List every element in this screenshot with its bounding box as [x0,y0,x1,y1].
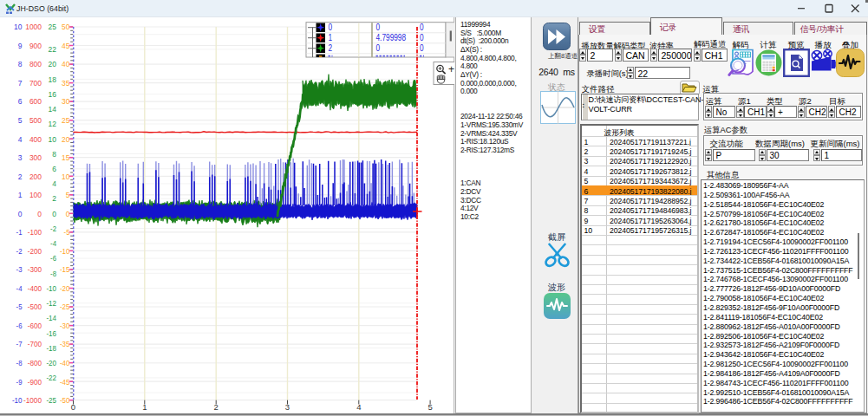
svg-text:40: 40 [62,59,69,68]
svg-text:0: 0 [420,43,424,53]
svg-text:-6: -6 [50,253,56,263]
svg-text:4: 4 [18,134,23,144]
svg-text:+: + [448,63,454,75]
svg-text:7: 7 [18,78,23,88]
svg-text:-14: -14 [46,313,56,322]
svg-text:22: 22 [49,44,56,54]
svg-text:45: 45 [62,41,69,50]
svg-text:2: 2 [52,193,56,203]
svg-text:5: 5 [66,190,70,199]
svg-text:-600: -600 [28,321,42,330]
svg-text:4: 4 [356,402,361,412]
svg-text:5: 5 [427,402,432,412]
svg-text:6: 6 [18,96,23,106]
svg-text:9: 9 [18,41,23,50]
svg-text:-18: -18 [46,343,56,353]
svg-text:-4: -4 [16,283,23,293]
svg-text:0: 0 [52,209,56,218]
svg-text:500: 500 [29,115,42,125]
svg-text:2: 2 [18,172,23,181]
svg-text:10: 10 [62,172,69,181]
svg-text:20: 20 [62,134,69,144]
svg-text:1: 1 [18,190,23,199]
svg-text:-300: -300 [28,264,42,274]
svg-text:10: 10 [49,134,56,144]
svg-text:35: 35 [62,78,69,88]
svg-text:5: 5 [18,115,23,125]
svg-text:-1000: -1000 [23,395,42,405]
svg-text:-35: -35 [60,339,70,348]
svg-text:8: 8 [52,149,56,159]
svg-text:0: 0 [18,209,23,218]
svg-text:-30: -30 [60,321,70,330]
svg-text:-5: -5 [64,227,70,237]
svg-text:-500: -500 [28,302,42,311]
svg-text:-2: -2 [16,246,23,256]
svg-text:-16: -16 [46,328,56,338]
svg-text:700: 700 [29,78,42,88]
svg-text:2: 2 [329,43,333,53]
svg-text:-100: -100 [28,227,42,237]
svg-text:-3: -3 [16,264,23,274]
svg-text:4: 4 [52,179,56,188]
svg-text:0: 0 [66,209,70,218]
svg-text:30: 30 [62,96,69,106]
svg-text:-5: -5 [16,302,23,311]
svg-text:-25: -25 [60,302,70,311]
svg-text:0: 0 [71,402,75,412]
svg-text:18: 18 [49,75,56,84]
svg-text:600: 600 [29,96,42,106]
svg-text:-12: -12 [46,298,56,308]
svg-text:20: 20 [49,59,56,68]
svg-text:-800: -800 [28,358,42,367]
svg-text:-8: -8 [16,358,23,367]
svg-text:0: 0 [376,43,381,53]
svg-text:900: 900 [29,41,42,50]
svg-text:400: 400 [29,134,42,144]
svg-text:25: 25 [62,115,69,125]
svg-text:-15: -15 [60,264,70,274]
svg-text:-1: -1 [16,227,23,237]
svg-text:2: 2 [214,402,219,412]
svg-text:-200: -200 [28,246,42,256]
svg-text:-4: -4 [50,238,56,248]
svg-text:6: 6 [52,164,56,173]
svg-text:-10: -10 [46,283,56,293]
svg-text:-40: -40 [60,358,70,367]
svg-text:-10: -10 [60,246,70,256]
svg-text:-10: -10 [12,395,23,405]
svg-text:800: 800 [29,59,42,68]
svg-text:100: 100 [29,190,42,199]
svg-text:-22: -22 [46,373,56,382]
svg-text:3: 3 [285,402,290,412]
svg-text:300: 300 [29,153,42,162]
svg-text:-45: -45 [60,377,70,387]
svg-text:-900: -900 [28,377,42,387]
svg-text:0: 0 [37,209,42,218]
svg-text:-8: -8 [50,269,56,278]
svg-text:3: 3 [18,153,23,162]
svg-text:1: 1 [142,402,147,412]
svg-text:-50: -50 [60,395,70,405]
svg-text:8: 8 [18,59,23,68]
svg-text:16: 16 [49,89,56,99]
svg-text:-20: -20 [60,283,70,293]
svg-text:-2: -2 [50,224,56,233]
svg-text:14: 14 [49,104,57,114]
svg-text:-9: -9 [16,377,23,387]
svg-text:12: 12 [49,119,56,128]
svg-text:-400: -400 [28,283,42,293]
svg-text:15: 15 [62,153,69,162]
svg-text:200: 200 [29,172,42,181]
svg-text:-6: -6 [16,321,23,330]
svg-text:-25: -25 [46,395,56,405]
svg-text:-20: -20 [46,358,56,367]
svg-text:-700: -700 [28,339,42,348]
svg-text:-7: -7 [16,339,23,348]
